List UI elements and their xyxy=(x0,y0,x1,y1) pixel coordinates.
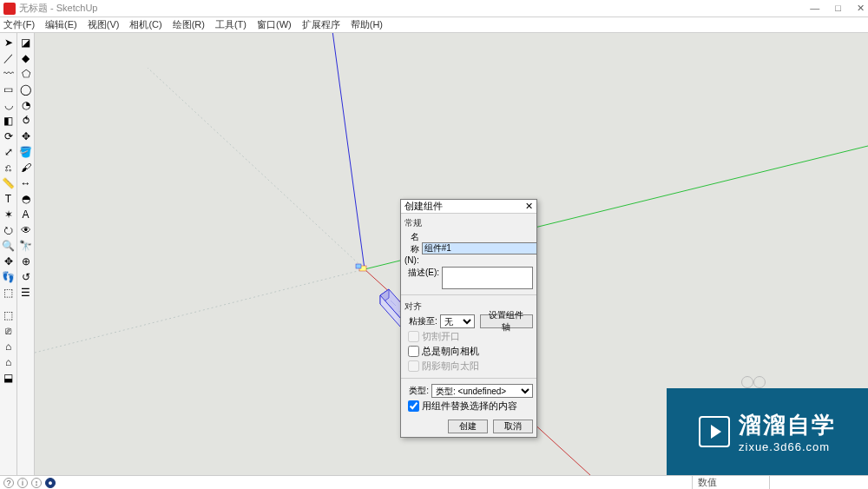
tool-shape[interactable]: ◆ xyxy=(19,51,33,65)
menu-view[interactable]: 视图(V) xyxy=(88,18,120,31)
tool-move[interactable]: ✥ xyxy=(19,129,33,143)
watermark-title: 溜溜自学 xyxy=(739,410,836,440)
glue-select[interactable]: 无 xyxy=(440,314,475,328)
type-select[interactable]: 类型: <undefined> xyxy=(431,384,533,398)
chk-shadow-sun: 阴影朝向太阳 xyxy=(408,360,533,373)
type-label: 类型: xyxy=(404,385,429,397)
tool-icon-c[interactable]: ⌂ xyxy=(2,340,16,354)
dialog-titlebar[interactable]: 创建组件 ✕ xyxy=(401,200,536,214)
status-icon-3[interactable]: ↕ xyxy=(31,478,42,488)
glue-label: 粘接至: xyxy=(404,315,437,327)
cancel-button[interactable]: 取消 xyxy=(493,420,533,433)
set-axes-button[interactable]: 设置组件轴 xyxy=(480,314,533,328)
tool-position[interactable]: ⊕ xyxy=(19,254,33,268)
tool-rectangle[interactable]: ▭ xyxy=(2,83,16,96)
tool-layers[interactable]: ☰ xyxy=(19,286,33,300)
tool-zoom[interactable]: 🔍 xyxy=(2,239,16,253)
tool-text[interactable]: T xyxy=(2,192,16,206)
status-bar: ? i ↕ ● 数值 xyxy=(0,475,868,489)
svg-line-2 xyxy=(332,33,365,269)
menu-edit[interactable]: 编辑(E) xyxy=(45,18,77,31)
status-icon-2[interactable]: i xyxy=(17,478,28,488)
tool-walk[interactable]: 👣 xyxy=(2,270,16,284)
tool-freehand[interactable]: 〰 xyxy=(2,67,16,81)
tool-icon-d[interactable]: ⌂ xyxy=(2,355,16,369)
tool-offset[interactable]: ⎌ xyxy=(2,161,16,175)
tool-icon-b[interactable]: ⎚ xyxy=(2,324,16,338)
menu-camera[interactable]: 相机(C) xyxy=(129,18,161,31)
tool-icon-a[interactable]: ⬚ xyxy=(2,308,16,322)
section-general: 常规 xyxy=(404,217,533,229)
tool-scale[interactable]: ⤢ xyxy=(2,145,16,159)
create-button[interactable]: 创建 xyxy=(448,420,488,433)
window-title: 无标题 - SketchUp xyxy=(19,2,810,15)
app-icon xyxy=(3,3,16,15)
chk-replace-input[interactable] xyxy=(408,400,419,412)
tool-circle[interactable]: ◯ xyxy=(19,83,33,96)
svg-rect-6 xyxy=(356,264,361,268)
tool-pan[interactable]: ✥ xyxy=(2,254,16,268)
tool-polygon[interactable]: ⬠ xyxy=(19,67,33,81)
name-label: 名称(N): xyxy=(404,231,419,265)
dialog-close-icon[interactable]: ✕ xyxy=(525,201,533,212)
status-icon-1[interactable]: ? xyxy=(3,478,14,488)
toolbar-column-2: ◪◆⬠◯◔⥀✥🪣🖌↔◓A👁🔭⊕↺☰ xyxy=(17,33,35,475)
watermark-url: zixue.3d66.com xyxy=(739,440,830,453)
chk-face-camera-input[interactable] xyxy=(408,346,419,357)
menu-ext[interactable]: 扩展程序 xyxy=(302,18,340,31)
menu-window[interactable]: 窗口(W) xyxy=(257,18,292,31)
name-input[interactable] xyxy=(422,242,537,254)
svg-line-4 xyxy=(148,68,365,269)
tool-3dtext[interactable]: A xyxy=(19,208,33,221)
tool-eraser[interactable]: ◪ xyxy=(19,36,33,50)
tool-select[interactable]: ➤ xyxy=(2,36,16,50)
menu-help[interactable]: 帮助(H) xyxy=(351,18,383,31)
create-component-dialog: 创建组件 ✕ 常规 名称(N): 描述(E): 对齐 粘接至: xyxy=(400,199,537,438)
tool-prev[interactable]: ↺ xyxy=(19,270,33,284)
menu-file[interactable]: 文件(F) xyxy=(3,18,35,31)
desc-input[interactable] xyxy=(442,267,533,289)
menu-draw[interactable]: 绘图(R) xyxy=(173,18,205,31)
tool-zoomext[interactable]: 🔭 xyxy=(19,239,33,253)
tool-pie[interactable]: ◔ xyxy=(19,98,33,112)
value-label: 数值 xyxy=(692,476,769,489)
tool-tape[interactable]: 📏 xyxy=(2,176,16,190)
menu-bar: 文件(F) 编辑(E) 视图(V) 相机(C) 绘图(R) 工具(T) 窗口(W… xyxy=(0,17,868,33)
tool-section[interactable]: ⬚ xyxy=(2,286,16,300)
tool-protractor[interactable]: ◓ xyxy=(19,192,33,206)
toolbar-column-1: ➤／〰▭◡◧⟳⤢⎌📏T✶⭮🔍✥👣⬚⬚⎚⌂⌂⬓ xyxy=(0,33,17,475)
tool-line[interactable]: ／ xyxy=(2,51,16,65)
tool-paint[interactable]: 🖌 xyxy=(19,161,33,175)
tool-orbit[interactable]: ⭮ xyxy=(2,223,16,237)
chk-replace[interactable]: 用组件替换选择的内容 xyxy=(408,400,533,413)
tool-look[interactable]: 👁 xyxy=(19,223,33,237)
window-controls: — □ ✕ xyxy=(810,3,865,14)
watermark: 溜溜自学 zixue.3d66.com xyxy=(667,388,868,475)
tool-icon-e[interactable]: ⬓ xyxy=(2,371,16,385)
tool-dim[interactable]: ↔ xyxy=(19,176,33,190)
play-icon xyxy=(699,416,730,447)
chk-shadow-input xyxy=(408,360,419,372)
tool-pushpull[interactable]: ◧ xyxy=(2,114,16,128)
status-icon-4[interactable]: ● xyxy=(45,478,56,488)
minimize-button[interactable]: — xyxy=(810,3,819,14)
title-bar: 无标题 - SketchUp — □ ✕ xyxy=(0,0,868,17)
svg-line-3 xyxy=(35,269,365,353)
tool-axes[interactable]: ✶ xyxy=(2,208,16,221)
value-field[interactable] xyxy=(769,476,865,489)
desc-label: 描述(E): xyxy=(404,267,439,279)
tool-rotate[interactable]: ⟳ xyxy=(2,129,16,143)
maximize-button[interactable]: □ xyxy=(835,3,841,14)
tool-color[interactable]: 🪣 xyxy=(19,145,33,159)
tool-follow[interactable]: ⥀ xyxy=(19,114,33,128)
chk-cut-input xyxy=(408,331,419,342)
tool-arc[interactable]: ◡ xyxy=(2,98,16,112)
dialog-title: 创建组件 xyxy=(404,200,525,213)
menu-tools[interactable]: 工具(T) xyxy=(215,18,247,31)
close-button[interactable]: ✕ xyxy=(857,3,865,14)
chk-face-camera[interactable]: 总是朝向相机 xyxy=(408,345,533,358)
